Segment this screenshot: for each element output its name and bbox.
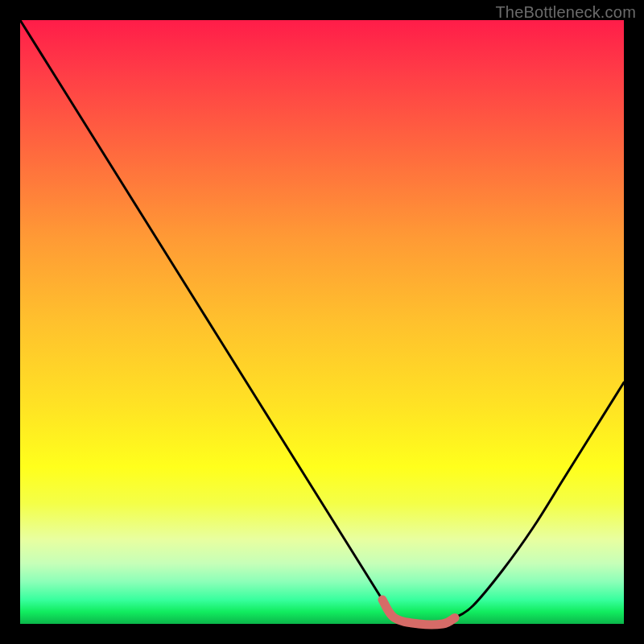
attribution-text: TheBottleneck.com <box>495 3 636 22</box>
bottleneck-curve <box>20 20 624 625</box>
chart-frame: TheBottleneck.com <box>0 0 644 644</box>
chart-overlay <box>20 20 624 624</box>
optimal-range-marker <box>382 600 455 625</box>
